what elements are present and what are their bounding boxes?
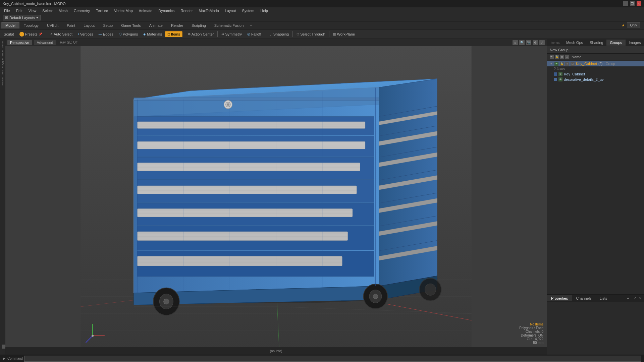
tab-topology[interactable]: Topology bbox=[20, 22, 43, 28]
viewport-tab-perspective[interactable]: Perspective bbox=[7, 40, 32, 45]
bp-tab-lists[interactable]: Lists bbox=[596, 295, 611, 301]
toolbar-separator-3 bbox=[217, 31, 218, 37]
viewport-3d[interactable]: Perspective Advanced Ray GL: Off ⌂ 🔍 📷 ⚙… bbox=[5, 39, 547, 355]
falloff-button[interactable]: ◎ Falloff bbox=[245, 31, 264, 37]
left-tool-polygon[interactable]: Polygon bbox=[0, 57, 5, 69]
tab-schematic-fusion[interactable]: Schematic Fusion bbox=[210, 22, 248, 28]
tab-model[interactable]: Model bbox=[1, 22, 19, 28]
select-through-button[interactable]: ⊡ Select Through bbox=[294, 31, 327, 37]
scene-3d[interactable]: No Items Polygons : Face Channels: 0 Def… bbox=[5, 46, 547, 355]
polygons-button[interactable]: ⬡ Polygons bbox=[116, 31, 140, 37]
menu-help[interactable]: Help bbox=[258, 8, 271, 13]
menu-texture[interactable]: Texture bbox=[93, 8, 111, 13]
groups-lock-icon[interactable]: 🔒 bbox=[555, 55, 559, 59]
minimize-button[interactable]: — bbox=[623, 1, 628, 6]
viewport-zoom-icon[interactable]: 🔍 bbox=[519, 40, 525, 45]
channels-info: Channels: 0 bbox=[519, 330, 543, 334]
groups-header: 👁 🔒 ◉ □ Name bbox=[547, 54, 644, 60]
rp-tab-images[interactable]: Images bbox=[626, 40, 644, 46]
menu-system[interactable]: System bbox=[239, 8, 257, 13]
presets-button[interactable]: Presets 📌 bbox=[17, 31, 45, 38]
viewport-tab-advanced[interactable]: Advanced bbox=[34, 40, 56, 45]
left-tool-edge[interactable]: Edge bbox=[0, 49, 5, 58]
menu-select[interactable]: Select bbox=[40, 8, 55, 13]
groups-eye-icon[interactable]: 👁 bbox=[550, 55, 554, 59]
tab-plus[interactable]: + bbox=[248, 22, 254, 28]
restore-button[interactable]: ❐ bbox=[630, 1, 635, 6]
select-through-label: Select Through bbox=[300, 32, 325, 36]
tree-eye-icon-3[interactable]: 👁 bbox=[558, 77, 562, 81]
bp-close-icon[interactable]: ✕ bbox=[638, 296, 643, 301]
left-tool-item[interactable]: Item bbox=[0, 69, 5, 76]
tab-layout[interactable]: Layout bbox=[79, 22, 99, 28]
tree-vis-icon[interactable]: ○ bbox=[565, 62, 569, 66]
snapping-button[interactable]: ⋮ Snapping bbox=[267, 31, 291, 37]
menu-layout[interactable]: Layout bbox=[222, 8, 239, 13]
tree-item-key-cabinet-group[interactable]: ▼ 👁 🔒 ○ □ Key_Cabinet (2) : Group bbox=[547, 61, 644, 66]
menu-edit[interactable]: Edit bbox=[13, 8, 25, 13]
left-tool-vertex[interactable]: Vertex bbox=[0, 40, 5, 49]
tab-setup[interactable]: Setup bbox=[99, 22, 117, 28]
menu-render[interactable]: Render bbox=[178, 8, 196, 13]
tab-game-tools[interactable]: Game Tools bbox=[117, 22, 145, 28]
menu-file[interactable]: File bbox=[1, 8, 13, 13]
layout-selector[interactable]: ⊞ Default Layouts ▾ bbox=[3, 15, 41, 20]
vertices-button[interactable]: • Vertices bbox=[75, 31, 96, 37]
falloff-label: Falloff bbox=[251, 32, 261, 36]
left-tool-fusion[interactable]: Fusion bbox=[0, 76, 5, 86]
new-group-button[interactable]: New Group bbox=[547, 46, 644, 54]
command-input[interactable] bbox=[24, 356, 641, 362]
auto-select-label: Auto Select bbox=[54, 32, 72, 36]
menu-view[interactable]: View bbox=[26, 8, 39, 13]
groups-visibility-icon[interactable]: ◉ bbox=[560, 55, 564, 59]
only-button[interactable]: Only bbox=[627, 22, 640, 28]
tree-item-decorative[interactable]: 👁 decorative_details_2_uv bbox=[547, 77, 644, 82]
tree-item-key-cabinet[interactable]: 👁 Key_Cabinet bbox=[547, 71, 644, 77]
tree-color-1 bbox=[554, 72, 557, 76]
auto-select-button[interactable]: ↗ Auto Select bbox=[48, 31, 75, 37]
items-button[interactable]: ◻ Items bbox=[165, 31, 182, 37]
groups-tree[interactable]: ▼ 👁 🔒 ○ □ Key_Cabinet (2) : Group 2 Item… bbox=[547, 60, 644, 294]
tree-eye-icon[interactable]: 👁 bbox=[554, 62, 558, 66]
bp-expand-icon[interactable]: ⤢ bbox=[633, 296, 637, 301]
viewport-home-icon[interactable]: ⌂ bbox=[513, 40, 518, 45]
sculpt-button[interactable]: Sculpt bbox=[1, 31, 16, 37]
action-center-button[interactable]: ⊕ Action Center bbox=[185, 31, 216, 37]
edges-button[interactable]: — Edges bbox=[96, 31, 116, 37]
tab-render[interactable]: Render bbox=[167, 22, 187, 28]
symmetry-button[interactable]: ⇔ Symmetry bbox=[219, 31, 244, 37]
rp-tab-shading[interactable]: Shading bbox=[586, 40, 606, 46]
viewport-camera-icon[interactable]: 📷 bbox=[526, 40, 531, 45]
tab-uvedit[interactable]: UVEdit bbox=[43, 22, 62, 28]
tree-eye-icon-2[interactable]: 👁 bbox=[558, 72, 562, 76]
menu-geometry[interactable]: Geometry bbox=[71, 8, 93, 13]
menu-dynamics[interactable]: Dynamics bbox=[156, 8, 177, 13]
tree-lock-icon[interactable]: 🔒 bbox=[560, 62, 564, 66]
bp-tab-plus[interactable]: + bbox=[625, 295, 632, 301]
viewport-expand-icon[interactable]: ⤢ bbox=[539, 40, 545, 45]
work-plane-button[interactable]: ▦ WorkPlane bbox=[331, 31, 358, 37]
tab-paint[interactable]: Paint bbox=[63, 22, 79, 28]
menu-vertexmap[interactable]: Vertex Map bbox=[111, 8, 136, 13]
rp-tab-mesh-ops[interactable]: Mesh Ops bbox=[563, 40, 586, 46]
left-tools: Vertex Edge Polygon Item Fusion bbox=[0, 39, 5, 355]
rp-tab-items[interactable]: Items bbox=[547, 40, 563, 46]
bp-tab-properties[interactable]: Properties bbox=[547, 295, 572, 301]
menu-animate[interactable]: Animate bbox=[136, 8, 155, 13]
viewport-settings-icon[interactable]: ⚙ bbox=[533, 40, 538, 45]
tab-scripting[interactable]: Scripting bbox=[187, 22, 210, 28]
tree-render-icon[interactable]: □ bbox=[571, 62, 575, 66]
materials-button[interactable]: ◈ Materials bbox=[141, 31, 164, 37]
rp-tab-groups[interactable]: Groups bbox=[606, 40, 625, 46]
menu-mesh[interactable]: Mesh bbox=[56, 8, 70, 13]
close-button[interactable]: ✕ bbox=[637, 1, 641, 6]
tree-expand-arrow: ▼ bbox=[550, 62, 553, 65]
menu-maxtomodo[interactable]: MaxToModo bbox=[196, 8, 222, 13]
groups-header-icons: 👁 🔒 ◉ □ bbox=[550, 55, 569, 59]
bp-tab-channels[interactable]: Channels bbox=[572, 295, 595, 301]
svg-rect-51 bbox=[137, 209, 353, 217]
materials-icon: ◈ bbox=[143, 32, 146, 36]
groups-render-icon[interactable]: □ bbox=[565, 55, 569, 59]
svg-rect-71 bbox=[134, 98, 379, 100]
tab-animate[interactable]: Animate bbox=[145, 22, 167, 28]
